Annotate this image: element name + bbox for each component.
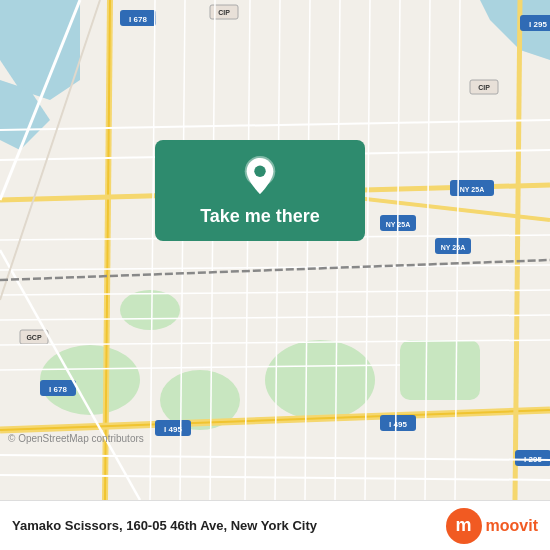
location-pin-icon	[242, 156, 278, 198]
svg-point-4	[120, 290, 180, 330]
moovit-icon: m	[446, 508, 482, 544]
moovit-logo: m moovit	[446, 508, 538, 544]
take-me-there-container[interactable]: Take me there	[155, 140, 365, 241]
svg-text:I 295: I 295	[529, 20, 547, 29]
svg-rect-5	[400, 340, 480, 400]
copyright-notice: © OpenStreetMap contributors	[8, 433, 144, 444]
button-label: Take me there	[200, 206, 320, 227]
location-info: Yamako Scissors, 160-05 46th Ave, New Yo…	[12, 518, 317, 533]
svg-point-53	[254, 166, 265, 177]
svg-text:NY 25A: NY 25A	[460, 186, 484, 193]
map-container: I 678 I 678 I 495 I 495 I 295 I 295 NY 2…	[0, 0, 550, 500]
svg-point-3	[265, 340, 375, 420]
svg-text:GCP: GCP	[26, 334, 42, 341]
svg-text:I 678: I 678	[129, 15, 147, 24]
svg-text:I 678: I 678	[49, 385, 67, 394]
take-me-there-button[interactable]: Take me there	[155, 140, 365, 241]
svg-text:CIP: CIP	[218, 9, 230, 16]
svg-text:I 495: I 495	[389, 420, 407, 429]
moovit-text: moovit	[486, 517, 538, 535]
bottom-bar: Yamako Scissors, 160-05 46th Ave, New Yo…	[0, 500, 550, 550]
location-name: Yamako Scissors, 160-05 46th Ave, New Yo…	[12, 518, 317, 533]
svg-text:NY 25A: NY 25A	[441, 244, 465, 251]
svg-text:CIP: CIP	[478, 84, 490, 91]
svg-text:I 495: I 495	[164, 425, 182, 434]
